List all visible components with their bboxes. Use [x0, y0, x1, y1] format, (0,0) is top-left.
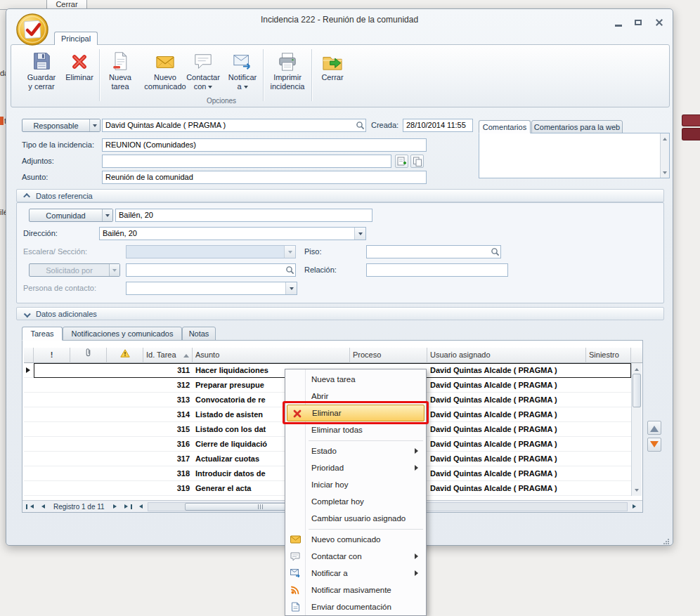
minimize-button[interactable] [611, 17, 626, 28]
scroll-down-icon[interactable] [661, 169, 669, 178]
escalera-label: Escalera/ Sección: [23, 245, 87, 258]
dropdown-arrow-icon[interactable] [284, 246, 295, 258]
add-attachment-button[interactable] [395, 155, 408, 168]
dropdown-arrow-icon[interactable] [285, 282, 297, 294]
tab-comentarios[interactable]: Comentarios [479, 120, 531, 133]
tab-notas[interactable]: Notas [182, 327, 216, 341]
row-indicator-icon [26, 367, 33, 373]
grid-header-filler [631, 348, 642, 363]
grid-header-asunto[interactable]: Asunto [193, 348, 350, 363]
menu-item-eliminar-todas[interactable]: Eliminar todas [285, 421, 426, 438]
close-button[interactable] [652, 17, 667, 28]
menu-item-cambiar-usuario[interactable]: Cambiar usuario asignado [285, 510, 426, 527]
app-menu-button[interactable] [15, 12, 50, 47]
responsable-field[interactable]: David Quintas Alcalde ( PRAGMA ) [102, 119, 366, 132]
nav-next-button[interactable] [110, 502, 122, 511]
dropdown-arrow-icon[interactable] [109, 264, 119, 276]
arrow-down-icon [650, 441, 659, 452]
move-task-up-button[interactable] [647, 421, 661, 435]
grid-header-id-tarea[interactable]: Id. Tarea [143, 348, 193, 363]
asunto-field[interactable]: Reunión de la comunidad [102, 171, 427, 184]
direccion-label: Dirección: [23, 227, 58, 240]
envelope-icon [289, 533, 302, 546]
menu-item-abrir[interactable]: Abrir [285, 388, 426, 405]
adjuntos-field[interactable] [102, 155, 391, 168]
tipo-incidencia-field[interactable]: REUNION (Comunidades) [102, 138, 427, 152]
guardar-y-cerrar-button[interactable]: Guardar y cerrar [21, 48, 62, 103]
direccion-field[interactable]: Bailén, 20 [99, 227, 366, 240]
solicitado-por-field[interactable] [126, 263, 296, 277]
menu-item-nueva-tarea[interactable]: Nueva tarea [285, 371, 426, 388]
dropdown-arrow-icon[interactable] [102, 209, 112, 221]
comunidad-field[interactable]: Bailén, 20 [115, 209, 372, 222]
copy-attachment-button[interactable] [410, 155, 424, 168]
eliminar-button[interactable]: Eliminar [61, 48, 98, 103]
grid-header-siniestro[interactable]: Siniestro [586, 348, 631, 363]
solicitado-por-selector[interactable]: Solicitado por [29, 263, 120, 277]
creada-field[interactable]: 28/10/2014 11:55 [403, 119, 473, 132]
menu-item-iniciar-hoy[interactable]: Iniciar hoy [285, 476, 426, 493]
menu-item-eliminar[interactable]: Eliminar [287, 405, 424, 421]
nueva-tarea-button[interactable]: Nueva tarea [102, 48, 138, 103]
grid-header-priority[interactable]: ! [34, 348, 70, 363]
dropdown-arrow-icon[interactable] [89, 119, 100, 131]
vertical-scrollbar-thumb[interactable] [633, 374, 641, 407]
save-icon [31, 48, 52, 73]
move-task-down-button[interactable] [647, 438, 661, 452]
broadcast-icon [289, 584, 302, 596]
responsable-selector[interactable]: Responsable [22, 119, 101, 132]
search-icon[interactable] [354, 119, 365, 131]
grid-header-warning[interactable] [107, 348, 143, 363]
print-icon [277, 48, 298, 73]
paperclip-icon [84, 348, 92, 362]
maximize-button[interactable] [630, 17, 646, 28]
nav-last-button[interactable] [122, 502, 134, 511]
datos-adicionales-header[interactable]: Datos adicionales [16, 307, 664, 320]
menu-item-notificar-a[interactable]: Notificar a [285, 565, 426, 582]
comunidad-selector[interactable]: Comunidad [29, 209, 113, 222]
menu-item-enviar-documentacion[interactable]: Enviar documentación [285, 598, 426, 615]
scroll-down-icon[interactable] [633, 487, 641, 495]
hscroll-right-button[interactable] [629, 502, 641, 511]
dropdown-arrow-icon[interactable] [354, 228, 365, 240]
menu-item-contactar-con[interactable]: Contactar con [285, 548, 426, 565]
menu-item-completar-hoy[interactable]: Completar hoy [285, 493, 426, 510]
menu-item-estado[interactable]: Estado [285, 443, 426, 459]
relacion-field[interactable] [366, 263, 508, 277]
menu-item-notificar-masivamente[interactable]: Notificar masivamente [285, 582, 426, 598]
tab-notificaciones[interactable]: Notificaciones y comunicados [63, 327, 182, 341]
vertical-scrollbar[interactable] [631, 363, 642, 496]
hscroll-left-button[interactable] [134, 502, 146, 511]
nav-prev-button[interactable] [36, 502, 48, 511]
window-titlebar[interactable]: Incidencia 222 - Reunión de la comunidad [6, 9, 673, 30]
menu-item-nuevo-comunicado[interactable]: Nuevo comunicado [285, 531, 426, 548]
notificar-a-button[interactable]: Notificar a [225, 48, 260, 103]
grid-header-attachment[interactable] [70, 348, 107, 363]
datos-referencia-header[interactable]: Datos referencia [16, 189, 664, 202]
adjuntos-label: Adjuntos: [22, 155, 54, 168]
tab-comentarios-web[interactable]: Comentarios para la web [531, 120, 623, 133]
menu-item-prioridad[interactable]: Prioridad [285, 459, 426, 476]
search-icon[interactable] [284, 264, 295, 276]
copy-icon [413, 157, 422, 166]
collapse-icon [23, 193, 30, 200]
piso-field[interactable] [366, 245, 501, 258]
imprimir-incidencia-button[interactable]: Imprimir incidencia [266, 48, 309, 103]
cerrar-button[interactable]: Cerrar [314, 48, 351, 103]
search-icon[interactable] [489, 246, 500, 258]
scroll-up-icon[interactable] [633, 364, 641, 372]
grid-header-proceso[interactable]: Proceso [350, 348, 427, 363]
resize-grip[interactable] [663, 535, 670, 542]
scroll-up-icon[interactable] [661, 133, 669, 142]
persona-contacto-field[interactable] [126, 282, 297, 295]
nav-first-button[interactable] [24, 502, 36, 511]
ribbon-tab-principal[interactable]: Principal [54, 32, 98, 45]
comments-scrollbar[interactable] [660, 133, 669, 178]
comments-textarea[interactable] [479, 133, 670, 178]
tab-tareas[interactable]: Tareas [22, 327, 63, 341]
escalera-field[interactable] [126, 245, 296, 258]
grid-header-usuario[interactable]: Usuario asignado [427, 348, 586, 363]
contactar-con-button[interactable]: Contactar con [183, 48, 223, 103]
submenu-arrow-icon [415, 553, 421, 559]
submenu-arrow-icon [415, 465, 421, 471]
